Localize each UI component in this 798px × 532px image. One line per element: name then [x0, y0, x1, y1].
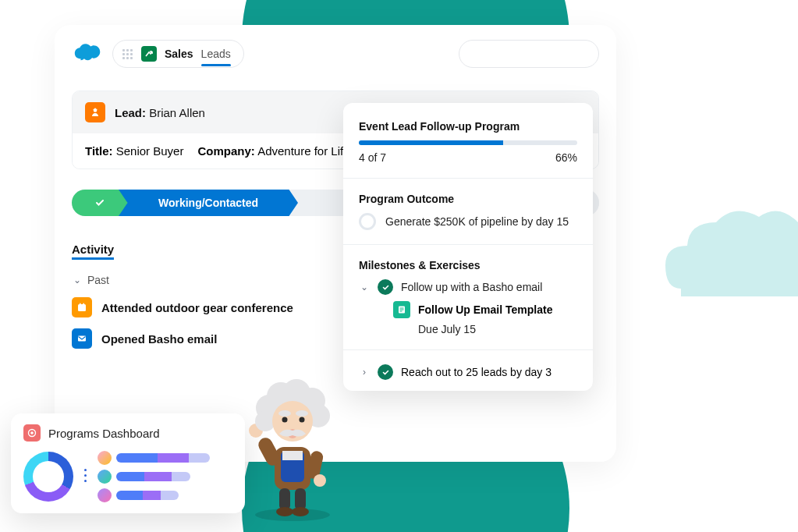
segmented-bar: [116, 491, 179, 500]
milestone-1[interactable]: ⌄ Follow up with a Basho email: [359, 279, 577, 295]
lead-title-label: Title:: [85, 144, 113, 158]
tab-leads[interactable]: Leads: [201, 48, 231, 60]
lead-company-field: Company: Adventure for Life: [197, 144, 349, 158]
sales-app-icon: [141, 46, 157, 62]
progress-percent: 66%: [555, 151, 577, 164]
milestone-due: Due July 15: [418, 323, 577, 335]
svg-point-33: [296, 410, 308, 417]
lead-title-field: Title: Senior Buyer: [85, 144, 183, 158]
svg-rect-8: [400, 310, 404, 310]
avatar: [98, 470, 112, 484]
svg-rect-9: [400, 311, 403, 312]
svg-point-23: [314, 474, 326, 487]
svg-point-18: [276, 507, 293, 516]
dashboard-badge-icon: [23, 424, 41, 442]
app-launcher-icon[interactable]: [121, 48, 133, 60]
lead-title: Lead: Brian Allen: [115, 106, 205, 119]
program-title: Event Lead Follow-up Program: [359, 120, 577, 133]
topbar: Sales Leads: [72, 37, 599, 70]
activity-past-label: Past: [87, 274, 109, 286]
dashboard-body: [23, 451, 232, 502]
lead-company-value: Adventure for Life: [257, 144, 349, 158]
svg-point-35: [300, 417, 305, 423]
leaderboard-row-3: [98, 488, 210, 502]
einstein-mascot-illustration: [242, 373, 343, 521]
svg-rect-16: [279, 488, 290, 510]
leaderboard-row-2: [98, 470, 210, 484]
chart-menu-dots-icon[interactable]: [84, 469, 87, 485]
svg-rect-17: [295, 488, 306, 510]
milestones-heading: Milestones & Exercises: [359, 259, 577, 271]
program-progress-section: Event Lead Follow-up Program 4 of 7 66%: [343, 109, 593, 175]
dashboard-title: Programs Dashboard: [48, 427, 160, 440]
chevron-right-icon: ›: [359, 367, 370, 378]
svg-rect-4: [83, 303, 85, 306]
milestone-1-label: Follow up with a Basho email: [401, 281, 542, 293]
chevron-down-icon: ⌄: [359, 282, 370, 293]
status-current-segment[interactable]: Working/Contacted: [119, 190, 298, 216]
calendar-icon: [72, 297, 92, 317]
activity-item-label-0: Attended outdoor gear conference: [101, 301, 293, 314]
milestone-2-label: Reach out to 25 leads by day 3: [401, 366, 552, 378]
segmented-bar: [116, 453, 210, 463]
background-cloud-right: [642, 179, 798, 320]
divider: [343, 349, 593, 350]
outcome-heading: Program Outcome: [359, 193, 577, 205]
milestone-2-row[interactable]: › Reach out to 25 leads by day 3: [343, 353, 593, 391]
progress-count: 4 of 7: [359, 151, 386, 164]
check-circle-icon: [378, 364, 393, 380]
outcome-progress-ring-icon: [359, 213, 376, 230]
svg-rect-7: [400, 308, 404, 309]
template-label: Follow Up Email Template: [418, 303, 552, 316]
lead-title-value: Senior Buyer: [116, 144, 184, 158]
check-icon: [94, 197, 105, 208]
status-complete-segment[interactable]: [72, 190, 128, 216]
nav-tab-pill[interactable]: Sales Leads: [112, 40, 244, 68]
progress-bar-fill: [359, 140, 503, 145]
donut-chart-icon: [23, 452, 73, 502]
lead-name: Brian Allen: [149, 106, 205, 119]
progress-text-row: 4 of 7 66%: [359, 151, 577, 164]
salesforce-logo-icon: [72, 43, 105, 65]
template-icon: [393, 301, 410, 318]
program-outcome-section: Program Outcome Generate $250K of pipeli…: [343, 182, 593, 241]
program-panel: Event Lead Follow-up Program 4 of 7 66% …: [343, 103, 593, 391]
avatar: [98, 488, 112, 502]
chevron-down-icon: ⌄: [72, 275, 83, 286]
activity-tab[interactable]: Activity: [72, 243, 114, 260]
lead-object-icon: [85, 102, 105, 122]
dashboard-title-row: Programs Dashboard: [23, 424, 232, 442]
progress-bar: [359, 140, 577, 145]
status-current-label: Working/Contacted: [158, 197, 258, 209]
divider: [343, 244, 593, 245]
tab-sales[interactable]: Sales: [165, 48, 193, 60]
leaderboard-rows: [98, 451, 210, 502]
leaderboard-row-1: [98, 451, 210, 465]
activity-item-label-1: Opened Basho email: [101, 332, 217, 346]
check-circle-icon: [378, 279, 393, 295]
svg-point-34: [282, 417, 288, 423]
svg-point-19: [292, 507, 309, 516]
topbar-right-pill: [459, 40, 599, 68]
segmented-bar: [116, 472, 190, 481]
svg-rect-3: [80, 303, 81, 306]
svg-point-11: [30, 431, 34, 434]
svg-rect-15: [282, 451, 303, 460]
lead-prefix: Lead:: [115, 106, 146, 119]
avatar: [98, 451, 112, 465]
outcome-text: Generate $250K of pipeline by day 15: [385, 215, 569, 228]
mail-icon: [72, 328, 92, 349]
milestone-template[interactable]: Follow Up Email Template: [393, 301, 577, 318]
svg-point-32: [278, 410, 291, 417]
programs-dashboard-card: Programs Dashboard: [11, 413, 245, 513]
outcome-row: Generate $250K of pipeline by day 15: [359, 213, 577, 230]
divider: [343, 178, 593, 179]
lead-company-label: Company:: [197, 144, 254, 158]
milestones-section: Milestones & Exercises ⌄ Follow up with …: [343, 248, 593, 346]
